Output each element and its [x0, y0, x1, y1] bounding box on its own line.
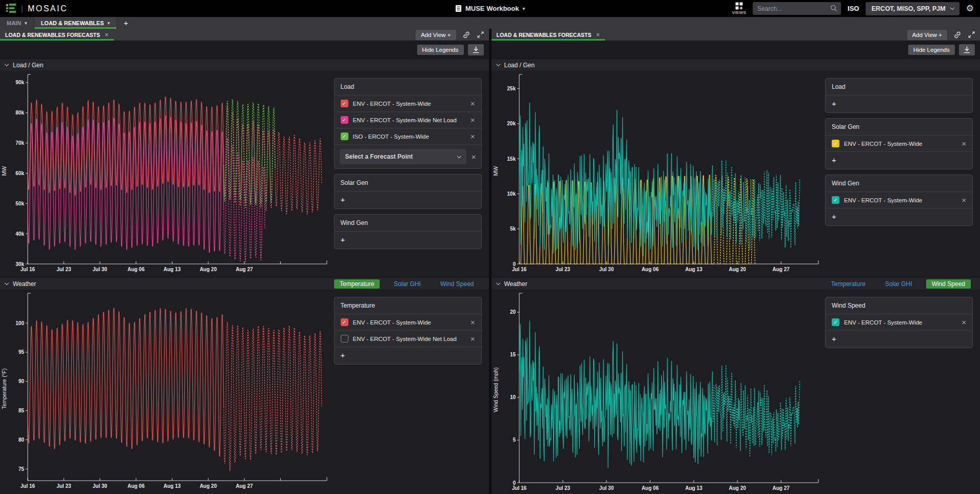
loadgen-chart[interactable]: 05k10k15k20k25kJul 16Jul 23Jul 30Aug 06A…	[492, 71, 826, 277]
collapse-section-icon[interactable]	[5, 281, 9, 285]
svg-text:Jul 23: Jul 23	[555, 267, 570, 272]
svg-text:MW: MW	[493, 166, 499, 176]
chevron-down-icon: ▾	[522, 6, 525, 11]
legend-group-wind-gen: Wind Gen+	[334, 214, 482, 249]
series-checkbox[interactable]: ✓	[341, 318, 348, 326]
loadgen-legend: Load+Solar Gen✓ENV - ERCOT - System-Wide…	[825, 71, 980, 277]
svg-text:Aug 20: Aug 20	[200, 267, 217, 272]
search-box	[753, 2, 841, 15]
svg-text:95: 95	[18, 349, 25, 355]
add-series-button[interactable]: +	[826, 152, 972, 169]
close-view-icon[interactable]: ×	[105, 31, 109, 39]
remove-series-icon[interactable]: ×	[471, 116, 475, 124]
svg-text:Jul 30: Jul 30	[93, 267, 108, 272]
weather-toggle-temperature[interactable]: Temperature	[334, 279, 380, 289]
mosaic-logo-icon[interactable]	[6, 4, 16, 14]
svg-text:Aug 27: Aug 27	[772, 267, 790, 272]
forecast-point-select[interactable]: Select a Forecast Point	[340, 149, 466, 164]
expand-icon[interactable]	[968, 31, 975, 39]
weather-chart[interactable]: 7580859095100Jul 16Jul 23Jul 30Aug 06Aug…	[0, 290, 334, 494]
remove-series-icon[interactable]: ×	[471, 132, 475, 140]
add-view-button[interactable]: Add View +	[907, 30, 947, 40]
legend-item: ✓ENV - ERCOT - System-Wide×	[826, 192, 972, 208]
weather-legend: Wind Speed✓ENV - ERCOT - System-Wide×+	[825, 290, 980, 494]
weather-toggle-solar-ghi[interactable]: Solar GHI	[879, 279, 918, 289]
svg-text:Jul 23: Jul 23	[56, 483, 71, 489]
svg-text:Aug 06: Aug 06	[127, 483, 145, 489]
series-checkbox[interactable]: ✓	[832, 196, 839, 204]
add-series-button[interactable]: +	[335, 192, 481, 208]
remove-series-icon[interactable]: ×	[471, 318, 475, 326]
view-tab[interactable]: LOAD & RENEWABLES FORECASTS ×	[0, 29, 114, 41]
link-icon[interactable]	[953, 31, 962, 39]
collapse-section-icon[interactable]	[496, 281, 500, 285]
loadgen-chart[interactable]: 30k40k50k60k70k80k90kJul 16Jul 23Jul 30A…	[0, 71, 334, 277]
series-checkbox[interactable]	[341, 335, 348, 343]
weather-toggle-solar-ghi[interactable]: Solar GHI	[388, 279, 426, 289]
section-title: Weather	[13, 280, 36, 288]
download-button[interactable]	[468, 44, 484, 55]
add-series-button[interactable]: +	[826, 96, 972, 112]
add-series-button[interactable]: +	[335, 232, 481, 249]
svg-text:Aug 13: Aug 13	[164, 483, 181, 489]
svg-text:90k: 90k	[15, 80, 24, 85]
close-view-icon[interactable]: ×	[596, 31, 600, 39]
section-title: Load / Gen	[504, 62, 535, 69]
legend-group-temperature: Temperature✓ENV - ERCOT - System-Wide×EN…	[334, 297, 482, 365]
views-button[interactable]: VIEWS	[732, 2, 746, 15]
search-input[interactable]	[753, 2, 841, 15]
add-view-button[interactable]: Add View +	[416, 30, 456, 40]
svg-text:Aug 13: Aug 13	[164, 267, 181, 272]
svg-text:70k: 70k	[15, 140, 24, 146]
iso-select[interactable]: ERCOT, MISO, SPP, PJM	[866, 2, 959, 15]
collapse-section-icon[interactable]	[496, 62, 500, 66]
add-series-button[interactable]: +	[826, 331, 972, 348]
app-header: | MOSAIC MUSE Workbook ▾	[0, 0, 980, 17]
collapse-section-icon[interactable]	[5, 62, 9, 66]
remove-series-icon[interactable]: ×	[962, 140, 966, 147]
svg-text:Aug 13: Aug 13	[685, 267, 702, 272]
remove-series-icon[interactable]: ×	[962, 318, 966, 326]
workbook-icon	[455, 5, 462, 12]
svg-text:50k: 50k	[15, 201, 24, 206]
remove-series-icon[interactable]: ×	[471, 335, 475, 343]
svg-text:Jul 23: Jul 23	[555, 485, 570, 491]
series-checkbox[interactable]: ✓	[832, 318, 839, 326]
series-checkbox[interactable]: ✓	[341, 100, 348, 107]
link-icon[interactable]	[462, 31, 471, 39]
section-title: Weather	[504, 280, 527, 288]
series-checkbox[interactable]: ✓	[341, 116, 348, 124]
remove-series-icon[interactable]: ×	[471, 100, 475, 107]
series-checkbox[interactable]: ✓	[832, 140, 839, 147]
svg-text:Aug 20: Aug 20	[729, 267, 746, 272]
expand-icon[interactable]	[477, 31, 484, 39]
weather-toggle-wind-speed[interactable]: Wind Speed	[435, 279, 479, 289]
svg-text:Jul 16: Jul 16	[21, 267, 35, 272]
svg-text:10k: 10k	[507, 191, 516, 197]
tab-load-renewables[interactable]: LOAD & RENEWABLES ▾	[34, 17, 117, 29]
hide-legends-button[interactable]: Hide Legends	[908, 45, 955, 55]
svg-text:30k: 30k	[15, 261, 24, 267]
iso-select-value: ERCOT, MISO, SPP, PJM	[871, 5, 945, 12]
weather-toggle-wind-speed[interactable]: Wind Speed	[926, 279, 971, 289]
add-series-button[interactable]: +	[335, 347, 481, 364]
download-button[interactable]	[959, 44, 975, 55]
remove-select-icon[interactable]: ×	[472, 153, 476, 161]
add-series-button[interactable]: +	[826, 208, 972, 225]
view-tab[interactable]: LOAD & RENEWABLES FORECASTS ×	[492, 29, 605, 41]
svg-text:80: 80	[18, 437, 25, 443]
workbook-selector[interactable]: MUSE Workbook ▾	[455, 5, 525, 12]
add-tab-button[interactable]: +	[117, 17, 135, 29]
series-checkbox[interactable]: ✓	[341, 132, 348, 140]
weather-toggle-temperature[interactable]: Temperature	[826, 279, 871, 289]
hide-legends-button[interactable]: Hide Legends	[417, 45, 464, 55]
weather-toggle-group: TemperatureSolar GHIWind Speed	[826, 279, 971, 289]
remove-series-icon[interactable]: ×	[962, 196, 966, 204]
settings-gear-icon[interactable]: ⚙	[966, 4, 974, 13]
legend-group-load: Load+	[825, 78, 973, 113]
view-tab-label: LOAD & RENEWABLES FORECASTS	[5, 32, 100, 38]
weather-toggle-group: TemperatureSolar GHIWind Speed	[334, 279, 479, 289]
weather-chart[interactable]: 05101520Jul 16Jul 23Jul 30Aug 06Aug 13Au…	[492, 290, 826, 494]
tab-main[interactable]: MAIN ▾	[0, 17, 34, 29]
legend-group-title: Temperature	[335, 297, 481, 314]
